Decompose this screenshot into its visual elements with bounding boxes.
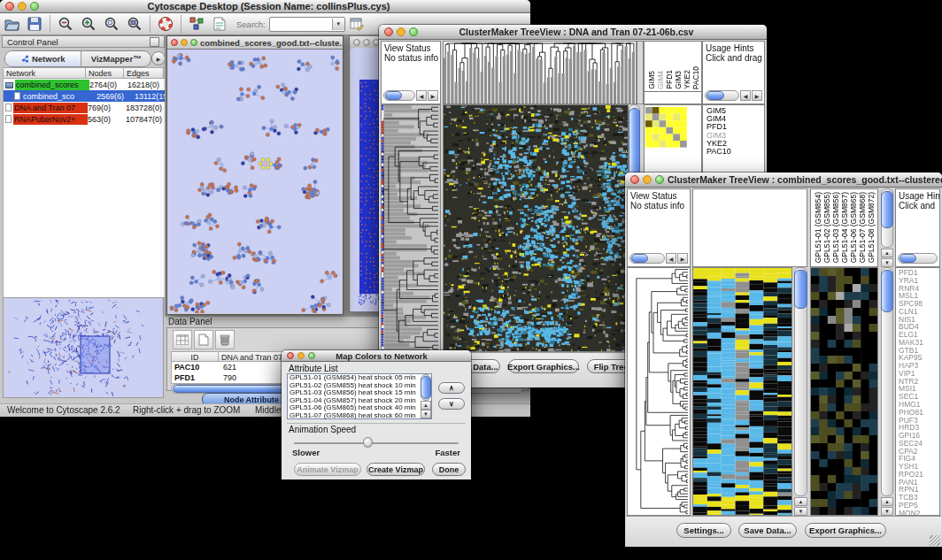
- network-window-1-titlebar[interactable]: combined_scores_good.txt--cluste...: [167, 36, 343, 50]
- gene-label[interactable]: GTB1: [899, 347, 939, 355]
- gene-label[interactable]: HAP3: [899, 362, 939, 370]
- gene-label[interactable]: ELG1: [899, 331, 939, 339]
- usage-hints-hscrollbar[interactable]: [898, 253, 938, 264]
- attribute-list-item[interactable]: GPL51-07 (GSM868) heat shock 60 min: [288, 412, 431, 420]
- search-dropdown-icon[interactable]: ▼: [332, 19, 344, 30]
- done-button[interactable]: Done: [432, 463, 466, 476]
- create-vizmap-button[interactable]: Create Vizmap: [367, 463, 425, 476]
- zoom-out-icon[interactable]: [56, 14, 75, 34]
- main-title-bar[interactable]: Cytoscape Desktop (Session Name: collins…: [0, 0, 530, 13]
- speed-slider-track[interactable]: [294, 442, 459, 444]
- col-network[interactable]: Network: [3, 67, 86, 79]
- scroll-right-icon[interactable]: ▶: [677, 253, 688, 264]
- export-graphics-button[interactable]: Export Graphics...: [805, 523, 886, 538]
- gene-label[interactable]: HMG1: [899, 401, 939, 409]
- scrollbar-thumb[interactable]: [631, 254, 648, 263]
- scroll-right-icon[interactable]: ▶: [752, 90, 762, 101]
- usage-hints-hscrollbar[interactable]: ◀ ▶: [705, 90, 762, 101]
- treeview2-top-vscrollbar[interactable]: ▲ ▼: [881, 188, 893, 267]
- gene-label[interactable]: RNR4: [899, 285, 939, 293]
- gene-label[interactable]: MSL1: [899, 292, 939, 300]
- save-data-button[interactable]: Save Data...: [738, 523, 797, 538]
- gene-label[interactable]: SPC98: [899, 300, 939, 308]
- annotation-icon[interactable]: [210, 14, 229, 34]
- gene-label[interactable]: RPO21: [899, 471, 939, 479]
- gene-label[interactable]: PUF3: [899, 417, 939, 425]
- close-icon[interactable]: [353, 39, 360, 46]
- gene-label[interactable]: BUD4: [899, 323, 939, 331]
- gene-label[interactable]: CPA2: [899, 448, 939, 456]
- zoom-window-icon[interactable]: [308, 352, 315, 359]
- close-icon[interactable]: [384, 27, 393, 36]
- scroll-down-icon[interactable]: ▼: [881, 258, 893, 267]
- heatmap-canvas[interactable]: [444, 105, 628, 351]
- scrollbar-thumb[interactable]: [900, 254, 916, 263]
- attribute-list-item[interactable]: GPL51-04 (GSM857) heat shock 20 min: [288, 397, 431, 405]
- zoom-heatmap-canvas[interactable]: [811, 268, 877, 515]
- gene-label[interactable]: MAK31: [899, 339, 939, 347]
- save-icon[interactable]: [25, 14, 44, 34]
- gene-label[interactable]: VIP1: [899, 370, 939, 378]
- col-nodes[interactable]: Nodes: [86, 67, 124, 79]
- gene-label[interactable]: PAC10: [706, 148, 731, 156]
- scrollbar-thumb[interactable]: [881, 270, 893, 312]
- data-col-id[interactable]: ID: [171, 351, 219, 362]
- scrollbar-thumb[interactable]: [706, 91, 724, 100]
- attribute-list-item[interactable]: GPL51-06 (GSM865) heat shock 40 min: [288, 404, 431, 412]
- gene-label[interactable]: NIS1: [899, 316, 939, 324]
- view-status-hscrollbar[interactable]: ◀ ▶: [383, 90, 438, 101]
- tab-overflow-button[interactable]: ▶: [151, 51, 166, 65]
- gene-label[interactable]: HRD3: [899, 424, 939, 432]
- gene-label[interactable]: MSI1: [899, 385, 939, 393]
- tab-vizmapper[interactable]: VizMapper™: [81, 51, 151, 66]
- scrollbar-thumb[interactable]: [794, 270, 807, 309]
- close-icon[interactable]: [630, 175, 639, 184]
- gene-label[interactable]: PHO81: [899, 409, 939, 417]
- vizmapper-icon[interactable]: [187, 14, 206, 34]
- heatmap-canvas[interactable]: [693, 268, 791, 515]
- row-dendrogram[interactable]: [382, 105, 440, 351]
- column-dendrogram[interactable]: [444, 42, 636, 104]
- attribute-list-vscrollbar[interactable]: ▲ ▼: [421, 374, 431, 418]
- scroll-up-icon[interactable]: ▲: [421, 401, 431, 410]
- treeview2-titlebar[interactable]: ClusterMaker TreeView : combined_scores_…: [625, 173, 942, 188]
- zoom-in-icon[interactable]: [79, 14, 98, 34]
- gene-label[interactable]: PFD1: [899, 269, 939, 277]
- zoom-window-icon[interactable]: [30, 2, 39, 11]
- scrollbar-thumb[interactable]: [385, 91, 402, 100]
- close-icon[interactable]: [287, 352, 294, 359]
- animate-vizmap-button[interactable]: Animate Vizmap: [294, 463, 361, 476]
- scroll-left-icon[interactable]: ◀: [740, 90, 751, 101]
- network-window-1[interactable]: combined_scores_good.txt--cluste...: [166, 35, 344, 315]
- attribute-list-item[interactable]: GPL51-02 (GSM855) heat shock 10 min: [288, 382, 431, 390]
- treeview2-gene-vscrollbar[interactable]: ▲ ▼: [881, 267, 893, 516]
- minimize-icon[interactable]: [363, 39, 370, 46]
- scroll-left-icon[interactable]: ◀: [666, 253, 676, 264]
- network-canvas-1[interactable]: [168, 50, 342, 313]
- search-input[interactable]: ▼: [269, 17, 345, 32]
- network-tree-row[interactable]: RNAPuberNov2+ 563(0) 107847(0): [4, 113, 165, 125]
- scroll-down-icon[interactable]: ▼: [881, 507, 893, 516]
- zoom-window-icon[interactable]: [655, 175, 664, 184]
- float-panel-icon[interactable]: [150, 37, 159, 47]
- row-dendrogram[interactable]: [628, 268, 690, 515]
- move-down-button[interactable]: ∨: [438, 398, 465, 410]
- tab-network[interactable]: Network: [5, 51, 81, 66]
- scrollbar-thumb[interactable]: [881, 191, 893, 228]
- help-icon[interactable]: [156, 14, 175, 34]
- export-graphics-button[interactable]: Export Graphics...: [508, 359, 579, 373]
- gene-label[interactable]: MON2: [899, 510, 939, 516]
- settings-button[interactable]: Settings...: [676, 523, 731, 538]
- scroll-right-icon[interactable]: ▶: [428, 90, 438, 101]
- gene-label[interactable]: NTR2: [899, 378, 939, 386]
- gene-label[interactable]: PAN1: [899, 479, 939, 487]
- minimize-icon[interactable]: [397, 27, 405, 36]
- gene-label[interactable]: YSH1: [899, 463, 939, 471]
- open-file-icon[interactable]: [2, 14, 21, 34]
- network-tree-row[interactable]: combined_scores 2764(0) 16218(0): [4, 79, 165, 90]
- gene-label[interactable]: KAP95: [899, 354, 939, 362]
- gene-label[interactable]: YRA1: [899, 277, 939, 285]
- scroll-up-icon[interactable]: ▲: [794, 497, 807, 506]
- network-tree-row[interactable]: DNA and Tran 07 769(0) 183728(0): [4, 102, 165, 113]
- col-edges[interactable]: Edges: [124, 67, 164, 79]
